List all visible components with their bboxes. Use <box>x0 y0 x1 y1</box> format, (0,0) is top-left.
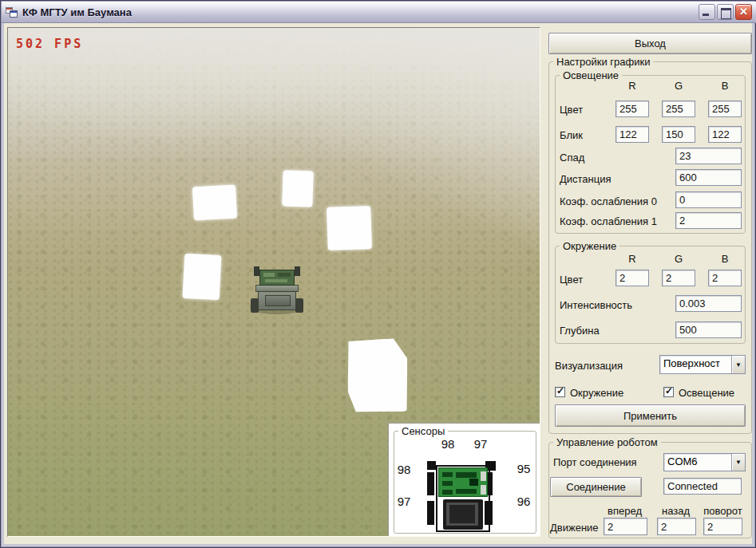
window-title: КФ МГТУ им Баумана <box>22 6 132 18</box>
white-box <box>183 254 222 300</box>
render-viewport[interactable]: 502 FPS Сенсоры 98 97 98 97 95 96 <box>7 27 540 537</box>
turn-col-label: поворот <box>700 505 746 517</box>
visualization-label: Визуализация <box>555 360 623 372</box>
port-select[interactable]: COM6 <box>663 453 746 471</box>
white-box <box>282 170 314 207</box>
title-bar[interactable]: КФ МГТУ им Баумана ✕ <box>2 2 756 23</box>
lighting-col-g: G <box>662 80 695 92</box>
lighting-title: Освещение <box>560 69 622 81</box>
app-icon <box>6 6 18 18</box>
white-box <box>346 338 409 414</box>
intensity-label: Интенсивность <box>560 299 632 311</box>
visualization-value: Поверхност <box>660 356 731 373</box>
movement-forward-input[interactable] <box>604 518 647 535</box>
attenuation1-label: Коэф. ослабления 1 <box>560 215 657 227</box>
ambient-color-b-input[interactable] <box>708 270 742 286</box>
sensor-value-front-left: 98 <box>437 437 459 451</box>
ambient-color-g-input[interactable] <box>662 270 695 286</box>
port-label: Порт соединения <box>553 456 637 468</box>
graphics-settings-title: Настройки графики <box>553 56 653 68</box>
lighting-col-r: R <box>615 80 649 92</box>
light-color-r-input[interactable] <box>615 101 649 117</box>
white-box <box>192 185 237 221</box>
ambient-title: Окружение <box>560 240 619 252</box>
ambient-col-g: G <box>662 253 695 265</box>
falloff-label: Спад <box>560 152 584 164</box>
robot-control-title: Управление роботом <box>553 436 661 448</box>
ambient-color-r-input[interactable] <box>615 270 649 286</box>
light-color-label: Цвет <box>560 104 583 116</box>
white-box <box>327 206 372 250</box>
depth-label: Глубина <box>560 325 600 337</box>
chevron-down-icon[interactable] <box>731 454 745 471</box>
exit-button[interactable]: Выход <box>548 33 752 54</box>
robot-3d-model <box>249 265 305 316</box>
lighting-checkbox-label: Освещение <box>679 387 734 399</box>
apply-button[interactable]: Применить <box>555 404 746 427</box>
sensor-value-right-front: 95 <box>513 462 535 475</box>
attenuation0-label: Коэф. ослабления 0 <box>560 195 657 207</box>
connect-button[interactable]: Соединение <box>550 477 642 497</box>
connection-status-field[interactable] <box>663 478 742 495</box>
attenuation0-input[interactable] <box>675 191 742 208</box>
visualization-select[interactable]: Поверхност <box>659 355 746 374</box>
light-color-g-input[interactable] <box>662 101 695 117</box>
light-color-b-input[interactable] <box>708 101 742 117</box>
sensors-title: Сенсоры <box>398 425 448 437</box>
sensor-value-left-rear: 97 <box>393 495 415 508</box>
movement-backward-input[interactable] <box>657 518 696 535</box>
specular-g-input[interactable] <box>662 126 695 143</box>
lighting-checkbox[interactable] <box>663 387 674 397</box>
backward-col-label: назад <box>655 505 696 517</box>
attenuation1-input[interactable] <box>675 212 742 229</box>
fps-counter: 502 FPS <box>16 37 83 51</box>
sensor-value-left-front: 98 <box>393 463 415 476</box>
movement-label: Движение <box>550 522 599 534</box>
ambient-color-label: Цвет <box>560 274 583 286</box>
close-button-icon[interactable]: ✕ <box>735 4 752 20</box>
ambient-col-r: R <box>615 253 649 265</box>
movement-turn-input[interactable] <box>703 518 742 535</box>
minimize-button-icon[interactable] <box>699 4 715 20</box>
specular-b-input[interactable] <box>708 126 742 143</box>
sensors-panel: Сенсоры 98 97 98 97 95 96 <box>388 423 540 537</box>
robot-top-view <box>424 459 505 535</box>
ambient-checkbox-label: Окружение <box>570 387 623 399</box>
port-value: COM6 <box>664 454 731 471</box>
lighting-col-b: B <box>708 80 742 92</box>
falloff-input[interactable] <box>675 148 742 164</box>
ambient-col-b: B <box>708 253 742 265</box>
distance-input[interactable] <box>675 169 742 186</box>
specular-label: Блик <box>560 129 583 141</box>
depth-input[interactable] <box>675 321 742 338</box>
app-window: КФ МГТУ им Баумана ✕ 502 FPS Сенсоры 98 … <box>0 0 756 548</box>
intensity-input[interactable] <box>675 295 742 312</box>
sensor-value-front-right: 97 <box>469 437 492 451</box>
forward-col-label: вперед <box>602 505 647 517</box>
specular-r-input[interactable] <box>615 126 649 143</box>
distance-label: Дистанция <box>560 173 612 185</box>
ambient-checkbox[interactable] <box>555 387 565 397</box>
sensor-value-right-rear: 96 <box>513 495 535 508</box>
chevron-down-icon[interactable] <box>731 356 745 373</box>
maximize-button-icon[interactable] <box>717 4 734 20</box>
